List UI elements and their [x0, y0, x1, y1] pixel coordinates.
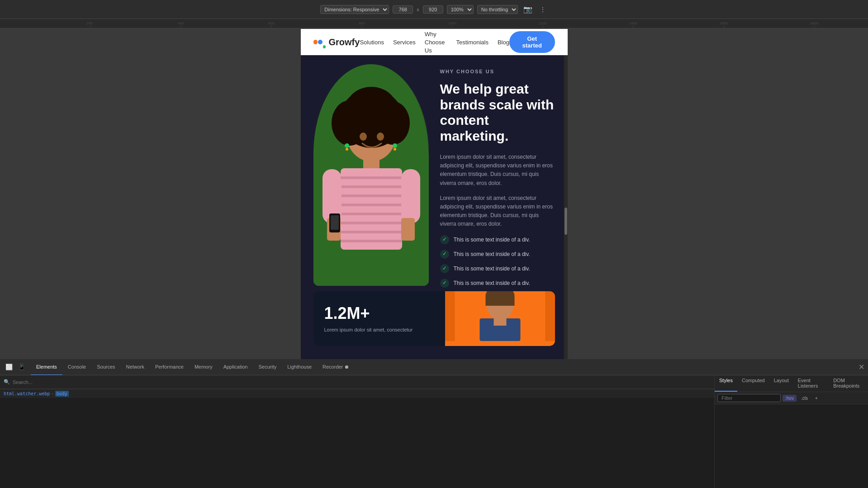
- styles-tab-event-listeners[interactable]: Event Listeners: [793, 375, 829, 392]
- devtools-tab-recorder[interactable]: Recorder ⏺: [317, 359, 355, 375]
- person-illustration: [313, 64, 429, 286]
- checklist-item-1: ✓ This is some text inside of a div.: [440, 235, 555, 244]
- filter-cls[interactable]: .cls: [798, 395, 811, 402]
- devtools-settings-button[interactable]: ⋮: [538, 5, 548, 14]
- nav-link-why-choose-us[interactable]: Why Choose Us: [425, 31, 445, 54]
- svg-rect-36: [341, 231, 402, 233]
- svg-text:1800: 1800: [810, 21, 818, 25]
- styles-filter-input[interactable]: [717, 394, 781, 402]
- nav-link-testimonials[interactable]: Testimonials: [456, 39, 489, 46]
- person-thumb-svg: [445, 291, 555, 341]
- checklist-label-1: This is some text inside of a div.: [454, 237, 530, 243]
- svg-point-27: [377, 133, 384, 141]
- styles-tabs-bar: Styles Computed Layout Event Listeners D…: [715, 375, 868, 392]
- styles-tab-styles[interactable]: Styles: [715, 375, 737, 392]
- svg-point-26: [360, 133, 367, 141]
- filter-add-class[interactable]: +: [812, 395, 821, 402]
- devtools-body: 🔍 html.watcher.webp › body Styles Comput…: [0, 375, 868, 488]
- svg-rect-37: [341, 240, 402, 242]
- svg-point-48: [394, 148, 396, 151]
- nav-links: Solutions Services Why Choose Us Testimo…: [360, 30, 509, 54]
- nav-item-blog[interactable]: Blog: [498, 38, 509, 46]
- width-input[interactable]: [393, 5, 413, 14]
- devtools-device-button[interactable]: 📱: [16, 363, 27, 371]
- checklist-item-4: ✓ This is some text inside of a div.: [440, 279, 555, 288]
- devtools-tab-security[interactable]: Security: [253, 359, 282, 375]
- svg-rect-32: [341, 194, 402, 197]
- breadcrumb-separator: ›: [52, 391, 53, 396]
- svg-text:800: 800: [359, 21, 365, 25]
- stat-card-person: [445, 291, 555, 346]
- svg-point-47: [393, 143, 397, 148]
- devtools-tab-performance[interactable]: Performance: [150, 359, 189, 375]
- devtools-close-button[interactable]: ✕: [859, 363, 864, 371]
- devtools-inspect-button[interactable]: ⬜: [4, 363, 14, 371]
- devtools-search-icon: 🔍: [4, 379, 10, 385]
- filter-pseudo-hov[interactable]: :hov: [783, 395, 797, 402]
- scrollbar-thumb[interactable]: [564, 208, 567, 235]
- check-mark-3: ✓: [442, 265, 446, 271]
- screenshot-button[interactable]: 📷: [522, 4, 534, 14]
- height-input[interactable]: [423, 5, 443, 14]
- nav-link-services[interactable]: Services: [393, 39, 416, 46]
- logo[interactable]: Growfy: [313, 36, 360, 48]
- checklist-item-2: ✓ This is some text inside of a div.: [440, 250, 555, 259]
- throttling-select[interactable]: No throttling: [477, 5, 518, 14]
- devtools-tab-application[interactable]: Application: [218, 359, 253, 375]
- styles-filter-bar: :hov .cls +: [715, 392, 868, 404]
- nav-item-solutions[interactable]: Solutions: [360, 38, 384, 46]
- check-mark-4: ✓: [442, 280, 446, 286]
- svg-rect-29: [341, 168, 402, 250]
- svg-text:400: 400: [178, 21, 184, 25]
- svg-rect-34: [341, 213, 402, 215]
- devtools-tab-console[interactable]: Console: [62, 359, 91, 375]
- stat-label: Lorem ipsum dolor sit amet, consectetur: [324, 327, 434, 333]
- section-heading: We help great brands scale with content …: [440, 81, 555, 144]
- svg-rect-33: [341, 204, 402, 206]
- logo-dot-blue: [318, 40, 323, 44]
- svg-rect-44: [401, 218, 415, 241]
- section-para-2: Lorem ipsum dolor sit amet, consectetur …: [440, 194, 555, 229]
- styles-tab-computed[interactable]: Computed: [737, 375, 769, 392]
- devtools-styles-panel: Styles Computed Layout Event Listeners D…: [714, 375, 868, 488]
- zoom-select[interactable]: 100%: [447, 5, 474, 14]
- devtools-tab-network[interactable]: Network: [121, 359, 150, 375]
- devtools-tab-elements[interactable]: Elements: [31, 359, 62, 375]
- stats-row: 1.2M+ Lorem ipsum dolor sit amet, consec…: [313, 291, 555, 346]
- styles-tab-dom-breakpoints[interactable]: DOM Breakpoints: [829, 375, 868, 392]
- ruler: 200 400 600 800 1000 1200 1400 1600 1800: [0, 19, 868, 29]
- scrollbar-track[interactable]: [564, 29, 568, 360]
- devtools-tabs-bar: ⬜ 📱 Elements Console Sources Network Per…: [0, 359, 868, 375]
- dimensions-select[interactable]: Dimensions: Responsive: [320, 5, 389, 14]
- logo-dot-orange: [313, 40, 318, 44]
- devtools-tab-lighthouse[interactable]: Lighthouse: [282, 359, 317, 375]
- checklist-label-2: This is some text inside of a div.: [454, 251, 530, 257]
- nav-item-testimonials[interactable]: Testimonials: [456, 38, 489, 46]
- svg-rect-31: [341, 185, 402, 188]
- stat-card-number: 1.2M+ Lorem ipsum dolor sit amet, consec…: [313, 291, 445, 346]
- devtools-elements-toolbar: 🔍: [0, 375, 714, 389]
- svg-text:1000: 1000: [448, 21, 456, 25]
- dimension-separator: x: [417, 7, 419, 12]
- styles-tab-layout[interactable]: Layout: [769, 375, 793, 392]
- get-started-button[interactable]: Get started: [509, 31, 555, 53]
- image-column: [313, 64, 431, 286]
- breadcrumb-body[interactable]: body: [55, 391, 69, 397]
- site-wrapper: Growfy Solutions Services Why Choose Us: [301, 29, 568, 360]
- nav-link-blog[interactable]: Blog: [498, 39, 509, 46]
- nav-link-solutions[interactable]: Solutions: [360, 39, 384, 46]
- browser-toolbar: Dimensions: Responsive x 100% No throttl…: [320, 4, 548, 14]
- devtools-tab-sources[interactable]: Sources: [91, 359, 120, 375]
- section-para-1: Lorem ipsum dolor sit amet, consectetur …: [440, 153, 555, 188]
- site-area: Growfy Solutions Services Why Choose Us: [301, 29, 568, 360]
- nav-item-services[interactable]: Services: [393, 38, 416, 46]
- devtools-search-input[interactable]: [13, 379, 711, 385]
- why-choose-us-section: WHY CHOOSE US We help great brands scale…: [301, 55, 568, 360]
- devtools-tab-memory[interactable]: Memory: [189, 359, 218, 375]
- person-image-container: [313, 64, 429, 286]
- nav-item-why-choose-us[interactable]: Why Choose Us: [425, 30, 447, 54]
- breadcrumb-html[interactable]: html.watcher.webp: [4, 391, 50, 396]
- check-icon-1: ✓: [440, 235, 449, 244]
- text-column: WHY CHOOSE US We help great brands scale…: [440, 64, 555, 288]
- logo-text: Growfy: [329, 37, 360, 47]
